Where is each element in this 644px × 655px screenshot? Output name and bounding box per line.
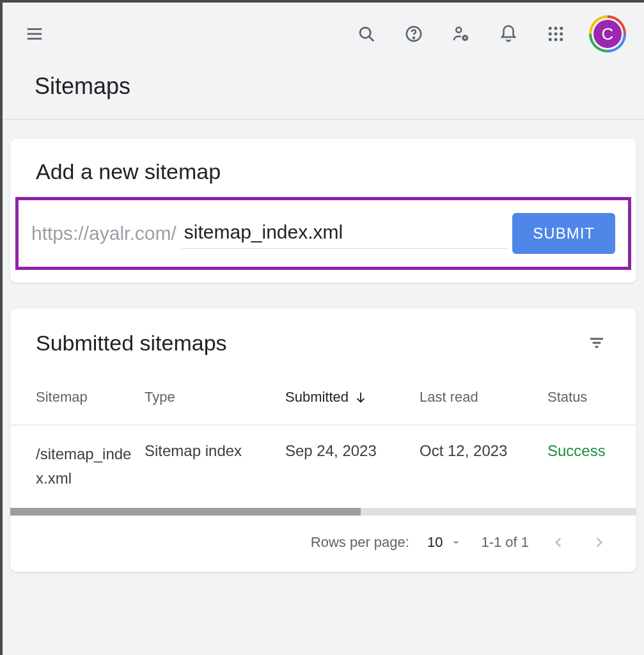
svg-point-3 bbox=[360, 28, 370, 38]
cell-lastread: Oct 12, 2023 bbox=[420, 442, 547, 460]
col-header-lastread[interactable]: Last read bbox=[420, 389, 547, 406]
svg-point-11 bbox=[560, 27, 563, 30]
sort-desc-icon bbox=[354, 390, 368, 404]
table-header-row: Sitemap Type Submitted Last read Status bbox=[10, 370, 636, 425]
add-sitemap-form: https://ayalr.com/ SUBMIT bbox=[15, 197, 631, 270]
svg-line-4 bbox=[369, 36, 373, 41]
page-title: Sitemaps bbox=[3, 60, 644, 120]
col-header-submitted[interactable]: Submitted bbox=[285, 389, 420, 406]
svg-point-7 bbox=[456, 28, 461, 33]
app-topbar: C bbox=[3, 3, 644, 60]
cell-submitted: Sep 24, 2023 bbox=[285, 442, 420, 460]
add-sitemap-title: Add a new sitemap bbox=[36, 159, 221, 184]
sitemap-path-input[interactable] bbox=[182, 219, 508, 249]
notifications-icon[interactable] bbox=[494, 20, 522, 48]
svg-point-12 bbox=[549, 33, 552, 36]
svg-point-14 bbox=[560, 33, 563, 36]
submitted-sitemaps-card: Submitted sitemaps Sitemap Type Submitte… bbox=[10, 308, 636, 572]
svg-point-16 bbox=[554, 38, 558, 41]
scrollbar-thumb[interactable] bbox=[10, 508, 361, 516]
submitted-sitemaps-title: Submitted sitemaps bbox=[36, 331, 227, 356]
cell-type: Sitemap index bbox=[145, 442, 285, 460]
svg-point-9 bbox=[549, 27, 552, 30]
filter-icon[interactable] bbox=[583, 329, 611, 357]
horizontal-scrollbar[interactable] bbox=[10, 508, 636, 516]
url-prefix: https://ayalr.com/ bbox=[31, 223, 177, 244]
svg-point-6 bbox=[413, 37, 414, 38]
svg-point-15 bbox=[549, 38, 552, 41]
avatar-letter: C bbox=[592, 18, 624, 50]
prev-page-button[interactable] bbox=[547, 531, 570, 554]
cell-status: Success bbox=[547, 442, 611, 460]
col-header-sitemap[interactable]: Sitemap bbox=[36, 389, 145, 406]
svg-point-17 bbox=[560, 38, 563, 41]
next-page-button[interactable] bbox=[588, 531, 611, 554]
cell-sitemap: /sitemap_index.xml bbox=[36, 442, 145, 491]
apps-grid-icon[interactable] bbox=[542, 20, 570, 48]
svg-point-8 bbox=[464, 36, 467, 40]
svg-point-10 bbox=[554, 27, 558, 30]
help-icon[interactable] bbox=[400, 20, 428, 48]
sitemaps-table: Sitemap Type Submitted Last read Status … bbox=[10, 370, 636, 572]
col-header-submitted-label: Submitted bbox=[285, 389, 349, 406]
col-header-type[interactable]: Type bbox=[145, 389, 285, 406]
rows-per-page-value: 10 bbox=[427, 534, 443, 551]
svg-point-13 bbox=[554, 33, 558, 36]
search-icon[interactable] bbox=[352, 20, 381, 48]
pagination-range: 1-1 of 1 bbox=[481, 534, 529, 551]
add-sitemap-card: Add a new sitemap https://ayalr.com/ SUB… bbox=[10, 139, 636, 283]
menu-icon[interactable] bbox=[20, 20, 49, 48]
dropdown-icon bbox=[449, 535, 463, 549]
table-pagination: Rows per page: 10 1-1 of 1 bbox=[10, 516, 636, 572]
rows-per-page-select[interactable]: 10 bbox=[427, 534, 463, 551]
rows-per-page-label: Rows per page: bbox=[311, 534, 409, 551]
table-row[interactable]: /sitemap_index.xml Sitemap index Sep 24,… bbox=[10, 425, 636, 508]
account-avatar[interactable]: C bbox=[589, 15, 626, 52]
col-header-status[interactable]: Status bbox=[547, 389, 611, 406]
user-settings-icon[interactable] bbox=[447, 20, 475, 48]
submit-button[interactable]: SUBMIT bbox=[512, 213, 615, 254]
